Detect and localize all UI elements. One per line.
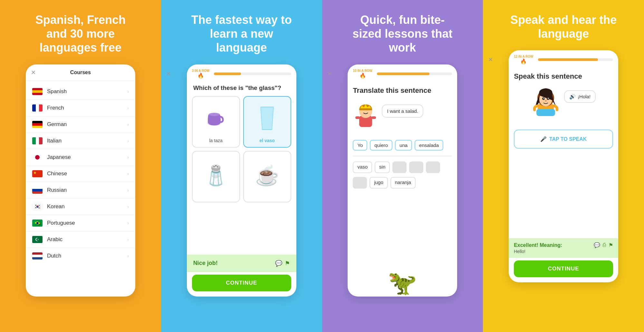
chat-icon-4[interactable]: 💬 (594, 242, 600, 248)
quiz-option-taza[interactable]: la taza (192, 96, 240, 148)
course-name: Spanish (47, 88, 127, 95)
chat-icon[interactable]: 💬 (275, 260, 282, 267)
quiz-question: Which of these is "the glass"? (187, 81, 296, 96)
chevron-icon: › (127, 122, 129, 127)
streak-label-4: 12 IN A ROW (514, 55, 533, 58)
close-icon[interactable]: ✕ (31, 69, 36, 76)
flag-italy (32, 137, 43, 144)
list-item[interactable]: Dutch › (26, 248, 135, 264)
streak-label: 3 IN A ROW (192, 69, 210, 73)
list-item[interactable]: 🇰🇷 Korean › (26, 199, 135, 215)
chevron-icon: › (127, 89, 129, 94)
panel-translate: Quick, fun bite-sized lessons that work … (322, 0, 483, 332)
translate-content: Translate this sentence (348, 81, 457, 276)
panel-languages: Spanish, French and 30 more languages fr… (0, 0, 161, 332)
excellent-meaning: Hello! (514, 249, 613, 254)
list-item[interactable]: Japanese › (26, 149, 135, 166)
excellent-title: Excellent! Meaning: (514, 242, 562, 248)
quiz-top-bar: ✕ 3 IN A ROW 🔥 (187, 64, 296, 81)
vaso-label: el vaso (259, 138, 274, 143)
course-name: Korean (47, 203, 127, 210)
flag-japan (32, 154, 43, 161)
flag-result-icon[interactable]: ⚑ (285, 260, 290, 267)
quiz-options: la taza el vaso 🧂 ☕ (187, 96, 296, 202)
excellent-bar: Excellent! Meaning: 💬 ⎙ ⚑ Hello! (509, 238, 618, 258)
flame-icon-3: 🔥 (360, 73, 366, 79)
course-name: Arabic (47, 236, 127, 243)
coffee-icon: ☕ (255, 156, 279, 195)
continue-button-2[interactable]: CONTINUE (192, 275, 291, 291)
list-item[interactable]: Spanish › (26, 83, 135, 100)
list-item[interactable]: ☪ Arabic › (26, 231, 135, 248)
list-item[interactable]: German › (26, 116, 135, 133)
result-icons: 💬 ⚑ (275, 260, 290, 267)
word-una[interactable]: una (395, 140, 412, 151)
translate-top-bar: ✕ 10 IN A ROW 🔥 (348, 64, 457, 81)
progress-fill-3 (377, 73, 430, 75)
course-list: Spanish › French › German › Italian › Ja… (26, 81, 135, 297)
audio-bubble[interactable]: 🔊 ¡Hola! (564, 90, 596, 103)
chevron-icon: › (127, 155, 129, 160)
svg-point-14 (545, 100, 547, 102)
list-item[interactable]: French › (26, 100, 135, 116)
word-bank: vaso sin jugo naranja (353, 161, 452, 189)
word-quiero[interactable]: quiero (370, 140, 392, 151)
speak-character-area: 🔊 ¡Hola! (514, 86, 613, 123)
list-item[interactable]: Russian › (26, 182, 135, 199)
translate-title: Translate this sentence (353, 86, 452, 95)
chevron-icon: › (127, 253, 129, 259)
svg-point-1 (209, 113, 220, 116)
blank-3 (426, 161, 440, 173)
choice-naranja[interactable]: naranja (390, 177, 416, 189)
streak-label-3: 10 IN A ROW (353, 69, 372, 73)
result-text: Nice job! (193, 260, 218, 267)
blank-row2 (353, 177, 367, 189)
svg-rect-5 (371, 116, 376, 119)
salt-icon: 🧂 (204, 156, 228, 195)
list-item[interactable]: Italian › (26, 133, 135, 149)
continue-button-4[interactable]: CONTINUE (514, 260, 613, 277)
progress-fill (214, 73, 241, 75)
panel-4-title: Speak and hear the language (509, 13, 618, 41)
blank-1 (392, 161, 407, 173)
progress-bar-3 (377, 73, 452, 75)
courses-title: Courses (70, 70, 91, 75)
choice-jugo[interactable]: jugo (370, 177, 388, 189)
taza-label: la taza (209, 138, 223, 143)
panel-speak: Speak and hear the language ✕ 12 IN A RO… (483, 0, 644, 332)
tap-speak-button[interactable]: 🎤 TAP TO SPEAK (514, 130, 613, 149)
quiz-option-coffee[interactable]: ☕ (243, 151, 291, 202)
flag-korea: 🇰🇷 (32, 203, 43, 210)
list-item[interactable]: Chinese › (26, 166, 135, 182)
excellent-header: Excellent! Meaning: 💬 ⎙ ⚑ (514, 242, 613, 248)
share-icon[interactable]: ⎙ (603, 242, 606, 248)
list-item[interactable]: 🇧🇷 Portuguese › (26, 215, 135, 231)
course-name: Dutch (47, 253, 127, 259)
svg-point-13 (548, 98, 549, 99)
flag-france (32, 104, 43, 112)
word-yo[interactable]: Yo (353, 140, 367, 151)
svg-rect-4 (355, 116, 360, 119)
course-name: French (47, 105, 127, 111)
panel-2-title: The fastest way to learn a new language (187, 13, 296, 55)
course-name: Chinese (47, 171, 127, 177)
mic-icon: 🎤 (540, 136, 547, 142)
svg-rect-7 (536, 109, 555, 116)
course-name: Portuguese (47, 220, 127, 226)
taza-icon (203, 101, 229, 135)
choice-vaso[interactable]: vaso (353, 161, 372, 173)
word-ensalada[interactable]: ensalada (415, 140, 443, 151)
answer-area: Yo quiero una ensalada (353, 140, 452, 156)
flag-china (32, 170, 43, 177)
flag-icon-4[interactable]: ⚑ (609, 242, 613, 248)
choice-sin[interactable]: sin (375, 161, 390, 173)
flag-russia (32, 187, 43, 194)
speak-title: Speak this sentence (514, 72, 613, 81)
flag-brazil: 🇧🇷 (32, 220, 43, 227)
panel-1-title: Spanish, French and 30 more languages fr… (26, 13, 135, 55)
quiz-option-salt[interactable]: 🧂 (192, 151, 240, 202)
flag-dutch (32, 252, 43, 259)
quiz-option-vaso[interactable]: el vaso (243, 96, 291, 148)
audio-text: ¡Hola! (578, 94, 591, 99)
character-area: I want a salad. (353, 101, 452, 133)
